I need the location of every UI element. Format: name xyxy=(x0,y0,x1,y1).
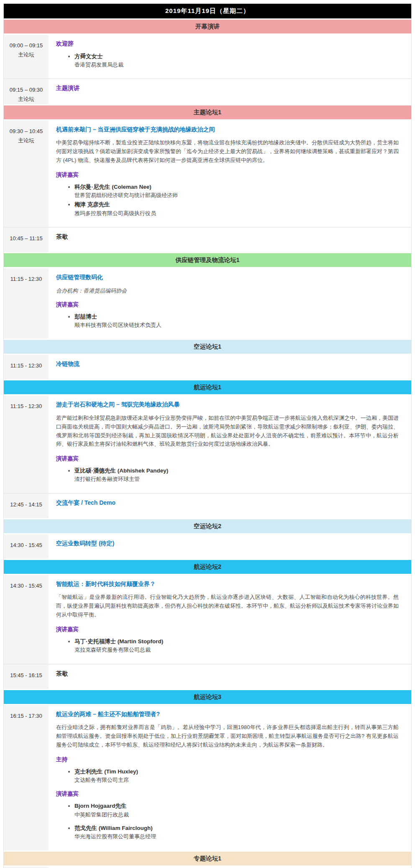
session-content: 茶歇 xyxy=(49,665,411,689)
time-slot: 11:15 - 12:30 xyxy=(4,395,49,493)
session-content: 空运业数码转型 (待定) xyxy=(49,534,411,559)
section-header: 开幕演讲 xyxy=(4,20,411,33)
speaker-list: 亚比硕·潘德先生 (Abhishek Pandey)渣打银行船务融资环球主管 xyxy=(56,467,399,483)
session-title-link[interactable]: 冷链物流 xyxy=(56,360,79,368)
session-title-link[interactable]: 空运业数码转型 (待定) xyxy=(56,539,114,548)
session-content: 供应链管理数码化合办机构：香港货品编码协会演讲嘉宾彭喆博士顺丰科技有限公司区块链… xyxy=(49,268,411,339)
session-title-link[interactable]: 机遇前来敲门 – 当亚洲供应链穿梭于充满挑战的地缘政治之间 xyxy=(56,126,215,134)
time-slot: 14:30 - 15:45 xyxy=(4,575,49,664)
venue-label: 主论坛 xyxy=(4,95,49,104)
session-content: 茶歇 xyxy=(49,228,411,252)
schedule-row: 15:45 - 16:15茶歇 xyxy=(4,664,411,689)
section-header: 航运论坛3 xyxy=(4,690,411,704)
speaker-group-heading: 演讲嘉宾 xyxy=(56,171,399,179)
co-organiser-note: 合办机构：香港货品编码协会 xyxy=(56,287,399,295)
speaker-item: 亚比硕·潘德先生 (Abhishek Pandey)渣打银行船务融资环球主管 xyxy=(74,467,399,483)
speaker-name: 范戈先生 (William Fairclough) xyxy=(74,825,153,831)
section-header: 主题论坛1 xyxy=(4,105,411,119)
time-slot: 12:45 - 14:15 xyxy=(4,494,49,518)
time-range: 14:30 - 15:45 xyxy=(4,581,49,591)
schedule-table: 开幕演讲09:00 – 09:15主论坛欢迎辞方舜文女士香港贸易发展局总裁09:… xyxy=(4,20,411,868)
time-range: 09:30 – 10:45 xyxy=(4,127,49,136)
session-content: 智能航运：新时代科技如何颠覆业界？「智能航运」是业界最新的流行用语。行业智能化乃… xyxy=(49,575,411,664)
schedule-row: 11:15 - 12:30游走于岩石和硬地之间 – 驾驭完美地缘政治风暴若产能过… xyxy=(4,395,411,493)
session-title-link[interactable]: 游走于岩石和硬地之间 – 驾驭完美地缘政治风暴 xyxy=(56,401,180,409)
schedule-row: 09:30 – 10:45主论坛机遇前来敲门 – 当亚洲供应链穿梭于充满挑战的地… xyxy=(4,121,411,227)
session-title-link[interactable]: 供应链管理数码化 xyxy=(56,273,103,282)
session-description: 若产能过剩和全球贸易急剧放缓还未足够令行业形势变得严峻，如箭在弦的中美贸易争端正… xyxy=(56,414,399,449)
session-title-link[interactable]: 交流午宴 / Tech Demo xyxy=(56,499,115,507)
session-title-link[interactable]: 欢迎辞 xyxy=(56,40,74,48)
speaker-list: 彭喆博士顺丰科技有限公司区块链技术负责人 xyxy=(56,313,399,329)
speaker-role: 华光海运控股有限公司董事总经理 xyxy=(74,832,399,841)
time-slot: 16:15 - 17:30 xyxy=(4,705,49,850)
schedule-row: 10:45 – 11:15茶歇 xyxy=(4,227,411,252)
speaker-name: 克士利先生 (Tim Huxley) xyxy=(74,768,138,775)
time-range: 09:15 – 09:30 xyxy=(4,85,49,95)
venue-label: 主论坛 xyxy=(4,50,49,59)
session-content: 机遇前来敲门 – 当亚洲供应链穿梭于充满挑战的地缘政治之间中美贸易争端持续不断，… xyxy=(49,121,411,227)
time-slot: 09:30 – 10:45主论坛 xyxy=(4,121,49,227)
speaker-role: 世界贸易组织经济研究与统计部高级经济师 xyxy=(74,191,399,200)
time-range: 09:00 – 09:15 xyxy=(4,41,49,50)
speaker-role: 香港贸易发展局总裁 xyxy=(74,61,399,69)
schedule-row: 09:15 – 09:30主论坛主题演讲 xyxy=(4,78,411,104)
time-range: 14:30 - 15:45 xyxy=(4,541,49,550)
speaker-item: 科尔曼·尼先生 (Coleman Nee)世界贸易组织经济研究与统计部高级经济师 xyxy=(74,183,399,200)
speaker-list: 马丁·史托福博士 (Martin Stopford)克拉克森研究服务有限公司总裁 xyxy=(56,637,399,654)
session-content: 游走于岩石和硬地之间 – 驾驭完美地缘政治风暴若产能过剩和全球贸易急剧放缓还未足… xyxy=(49,395,411,493)
agenda-table: 2019年11月19日（星期二） 开幕演讲09:00 – 09:15主论坛欢迎辞… xyxy=(3,3,412,868)
session-title-link[interactable]: 智能航运：新时代科技如何颠覆业界？ xyxy=(56,580,156,588)
time-slot: 09:00 – 09:15主论坛 xyxy=(4,35,49,78)
schedule-row: 11:15 - 12:30供应链管理数码化合办机构：香港货品编码协会演讲嘉宾彭喆… xyxy=(4,268,411,339)
session-content: 交流午宴 / Tech Demo xyxy=(49,494,411,518)
section-header: 航运论坛1 xyxy=(4,380,411,394)
speaker-group-heading: 演讲嘉宾 xyxy=(56,626,399,633)
time-slot: 14:30 - 15:45 xyxy=(4,534,49,559)
speaker-role: 克拉克森研究服务有限公司总裁 xyxy=(74,646,399,654)
session-title-link[interactable]: 航运业的两难 – 船主还不如船舶管理者? xyxy=(56,710,160,719)
speaker-item: 克士利先生 (Tim Huxley)文达船务有限公司主席 xyxy=(74,768,399,784)
speaker-role: 文达船务有限公司主席 xyxy=(74,776,399,784)
time-range: 11:15 - 12:30 xyxy=(4,361,49,370)
speaker-role: 中英船管集团行政总裁 xyxy=(74,811,399,819)
speaker-name: 科尔曼·尼先生 (Coleman Nee) xyxy=(74,184,151,190)
session-title: 茶歇 xyxy=(56,670,68,678)
time-slot: 15:45 - 16:15 xyxy=(4,665,49,689)
time-range: 10:45 – 11:15 xyxy=(4,234,49,243)
time-range: 15:45 - 16:15 xyxy=(4,671,49,680)
speaker-item: Bjorn Hojgaard先生中英船管集团行政总裁 xyxy=(74,802,399,819)
date-header: 2019年11月19日（星期二） xyxy=(4,4,411,18)
session-title: 茶歇 xyxy=(56,233,68,241)
time-range: 12:45 - 14:15 xyxy=(4,500,49,509)
speaker-name: 梅津 克彦先生 xyxy=(74,201,110,208)
section-header: 空运论坛1 xyxy=(4,340,411,354)
speaker-name: 亚比硕·潘德先生 (Abhishek Pandey) xyxy=(74,467,168,474)
session-content: 主题演讲 xyxy=(49,79,411,104)
speaker-group-heading: 演讲嘉宾 xyxy=(56,301,399,308)
speaker-name: Bjorn Hojgaard先生 xyxy=(74,803,127,809)
time-range: 11:15 - 12:30 xyxy=(4,402,49,411)
speaker-list: 科尔曼·尼先生 (Coleman Nee)世界贸易组织经济研究与统计部高级经济师… xyxy=(56,183,399,218)
speaker-role: 雅玛多控股有限公司高级执行役员 xyxy=(74,209,399,218)
speaker-group-heading: 演讲嘉宾 xyxy=(56,790,399,798)
speaker-item: 马丁·史托福博士 (Martin Stopford)克拉克森研究服务有限公司总裁 xyxy=(74,637,399,654)
schedule-row: 12:45 - 14:15交流午宴 / Tech Demo xyxy=(4,493,411,518)
session-title-link[interactable]: 主题演讲 xyxy=(56,84,79,92)
section-header: 供应链管理及物流论坛1 xyxy=(4,253,411,267)
schedule-row: 14:30 - 15:45智能航运：新时代科技如何颠覆业界？「智能航运」是业界最… xyxy=(4,575,411,664)
session-description: 在行业暗淡之际，拥有船隻对业界而言是「鸡肋」。若从经验中学习，回溯1980年代，… xyxy=(56,723,399,749)
speaker-item: 方舜文女士香港贸易发展局总裁 xyxy=(74,52,399,69)
session-content: 欢迎辞方舜文女士香港贸易发展局总裁 xyxy=(49,35,411,78)
time-range: 11:15 - 12:30 xyxy=(4,275,49,284)
speaker-name: 马丁·史托福博士 (Martin Stopford) xyxy=(74,638,163,645)
schedule-row: 09:00 – 09:15主论坛欢迎辞方舜文女士香港贸易发展局总裁 xyxy=(4,35,411,78)
speaker-group-heading: 演讲嘉宾 xyxy=(56,455,399,462)
session-content: 冷链物流 xyxy=(49,355,411,379)
time-slot: 11:15 - 12:30 xyxy=(4,268,49,339)
schedule-row: 16:15 - 17:30航运业的两难 – 船主还不如船舶管理者?在行业暗淡之际… xyxy=(4,705,411,850)
schedule-row: 14:30 - 15:45空运业数码转型 (待定) xyxy=(4,534,411,559)
venue-label: 主论坛 xyxy=(4,136,49,145)
section-header: 专题论坛1 xyxy=(4,852,411,865)
session-content: 航运业的两难 – 船主还不如船舶管理者?在行业暗淡之际，拥有船隻对业界而言是「鸡… xyxy=(49,705,411,850)
